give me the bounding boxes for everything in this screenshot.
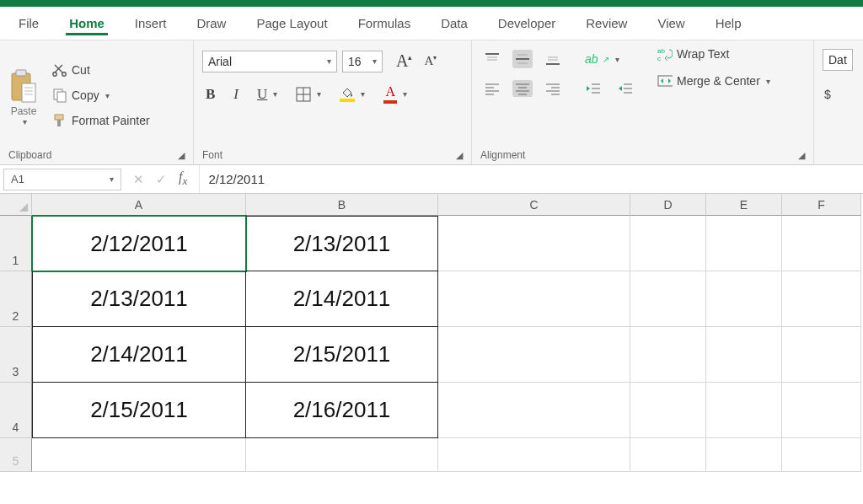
cell-F3[interactable] [782, 327, 861, 383]
cell-F5[interactable] [782, 438, 861, 472]
name-box[interactable]: A1 ▾ [3, 169, 121, 190]
font-name-select[interactable]: Arial ▾ [202, 51, 337, 72]
cell-A2[interactable]: 2/13/2011 [32, 271, 246, 327]
col-header-B[interactable]: B [246, 194, 438, 216]
cell-C3[interactable] [438, 327, 630, 383]
cell-D3[interactable] [630, 327, 706, 383]
font-color-button[interactable]: A ▾ [380, 82, 410, 106]
cell-C2[interactable] [438, 271, 630, 327]
cut-button[interactable]: Cut [49, 60, 153, 80]
dialog-launcher-icon[interactable]: ◢ [798, 150, 805, 161]
cell-B3[interactable]: 2/15/2011 [246, 327, 438, 383]
number-format-value: Dat [828, 53, 847, 67]
cell-C5[interactable] [438, 438, 630, 472]
cell-E4[interactable] [706, 383, 782, 438]
col-header-E[interactable]: E [706, 194, 782, 216]
increase-indent-button[interactable] [614, 79, 637, 98]
tab-review[interactable]: Review [582, 11, 630, 35]
format-painter-button[interactable]: Format Painter [49, 110, 153, 131]
select-all-corner[interactable] [0, 194, 32, 216]
wrap-text-label: Wrap Text [677, 47, 730, 61]
orientation-button[interactable]: ab↗▾ [582, 50, 623, 68]
cell-C4[interactable] [438, 383, 630, 438]
chevron-down-icon: ▾ [110, 174, 114, 184]
align-top-button[interactable] [480, 49, 504, 69]
cell-B5[interactable] [246, 438, 438, 472]
tab-formulas[interactable]: Formulas [355, 11, 415, 35]
svg-rect-9 [57, 92, 66, 102]
cell-A3[interactable]: 2/14/2011 [32, 327, 246, 383]
fill-color-button[interactable]: ▾ [336, 83, 368, 105]
align-right-button[interactable] [541, 79, 565, 98]
group-clipboard: Paste ▾ Cut Copy ▾ [0, 40, 194, 164]
font-size-select[interactable]: 16 ▾ [342, 51, 383, 72]
bold-button[interactable]: B [202, 83, 218, 105]
cell-E1[interactable] [706, 216, 782, 271]
paste-dropdown-icon[interactable]: ▾ [23, 117, 27, 126]
cell-A1[interactable]: 2/12/2011 [32, 216, 246, 271]
align-center-button[interactable] [512, 80, 533, 97]
cell-F2[interactable] [782, 271, 861, 327]
tab-insert[interactable]: Insert [131, 11, 170, 35]
formula-input[interactable] [200, 165, 863, 193]
chevron-down-icon: ▾ [373, 56, 377, 66]
cell-B1[interactable]: 2/13/2011 [246, 216, 438, 271]
cell-E2[interactable] [706, 271, 782, 327]
align-middle-button[interactable] [512, 50, 533, 68]
tab-file[interactable]: File [15, 11, 42, 35]
cell-D5[interactable] [630, 438, 706, 472]
ribbon-tabs: File Home Insert Draw Page Layout Formul… [0, 7, 863, 40]
number-format-select[interactable]: Dat [823, 49, 853, 71]
row-header-5[interactable]: 5 [0, 438, 32, 472]
dialog-launcher-icon[interactable]: ◢ [178, 150, 185, 161]
italic-button[interactable]: I [230, 83, 242, 105]
borders-button[interactable]: ▾ [292, 84, 324, 105]
currency-button[interactable]: $ [823, 84, 843, 105]
decrease-indent-button[interactable] [582, 79, 605, 98]
tab-data[interactable]: Data [437, 11, 471, 35]
col-header-D[interactable]: D [630, 194, 706, 216]
cell-E5[interactable] [706, 438, 782, 472]
decrease-font-button[interactable]: A▾ [421, 49, 440, 73]
cell-D1[interactable] [630, 216, 706, 271]
row-header-4[interactable]: 4 [0, 383, 32, 438]
cell-B4[interactable]: 2/16/2011 [246, 383, 438, 438]
dialog-launcher-icon[interactable]: ◢ [456, 150, 463, 161]
col-header-C[interactable]: C [438, 194, 630, 216]
underline-button[interactable]: U▾ [254, 83, 281, 105]
enter-icon[interactable]: ✓ [156, 172, 167, 187]
cell-E3[interactable] [706, 327, 782, 383]
paintbrush-icon [52, 113, 67, 128]
row-header-3[interactable]: 3 [0, 327, 32, 383]
col-header-A[interactable]: A [32, 194, 246, 216]
cell-A5[interactable] [32, 438, 246, 472]
copy-button[interactable]: Copy ▾ [49, 85, 153, 105]
tab-home[interactable]: Home [66, 11, 108, 35]
spreadsheet-grid: A B C D E F 1 2/12/2011 2/13/2011 2 2/13… [0, 194, 863, 472]
paste-icon[interactable] [8, 68, 39, 105]
cell-D4[interactable] [630, 383, 706, 438]
col-header-F[interactable]: F [782, 194, 861, 216]
row-header-2[interactable]: 2 [0, 271, 32, 327]
scissors-icon [52, 62, 67, 78]
cell-B2[interactable]: 2/14/2011 [246, 271, 438, 327]
fx-icon[interactable]: fx [179, 169, 187, 188]
increase-font-button[interactable]: A▴ [393, 49, 415, 73]
align-left-button[interactable] [480, 79, 504, 98]
tab-help[interactable]: Help [712, 11, 745, 35]
tab-draw[interactable]: Draw [193, 11, 229, 35]
cell-C1[interactable] [438, 216, 630, 271]
cell-D2[interactable] [630, 271, 706, 327]
cell-F1[interactable] [782, 216, 861, 271]
cell-F4[interactable] [782, 383, 861, 438]
row-header-1[interactable]: 1 [0, 216, 32, 271]
merge-center-button[interactable]: Merge & Center ▾ [654, 71, 774, 91]
cell-A4[interactable]: 2/15/2011 [32, 383, 246, 438]
tab-page-layout[interactable]: Page Layout [253, 11, 330, 35]
merge-icon [657, 73, 673, 88]
tab-developer[interactable]: Developer [495, 11, 559, 35]
cancel-icon[interactable]: ✕ [133, 172, 144, 187]
wrap-text-button[interactable]: abc Wrap Text [654, 44, 774, 64]
align-bottom-button[interactable] [541, 49, 565, 69]
tab-view[interactable]: View [654, 11, 688, 35]
